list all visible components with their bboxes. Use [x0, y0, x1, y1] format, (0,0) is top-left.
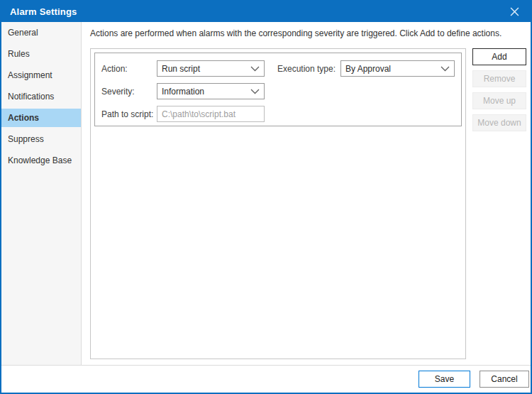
severity-row: Severity: Information — [101, 83, 455, 99]
titlebar: Alarm Settings — [1, 1, 531, 22]
sidebar-item-assignment[interactable]: Assignment — [1, 65, 81, 86]
sidebar-item-suppress[interactable]: Suppress — [1, 128, 81, 150]
save-button[interactable]: Save — [419, 371, 470, 388]
sidebar: General Rules Assignment Notifications A… — [1, 22, 82, 365]
close-icon — [510, 7, 519, 16]
sidebar-item-actions[interactable]: Actions — [1, 109, 81, 127]
close-button[interactable] — [506, 4, 522, 20]
alarm-settings-dialog: Alarm Settings General Rules Assignment … — [0, 0, 532, 394]
actions-list-panel: Action: Run script Execution type: — [90, 48, 466, 359]
path-to-script-input[interactable] — [157, 106, 265, 122]
action-label: Action: — [101, 64, 157, 74]
move-down-button: Move down — [472, 114, 526, 131]
action-select-value: Run script — [162, 64, 200, 74]
path-row: Path to script: — [101, 106, 455, 122]
chevron-down-icon — [250, 89, 260, 94]
sidebar-item-notifications[interactable]: Notifications — [1, 86, 81, 107]
remove-button: Remove — [472, 70, 526, 87]
dialog-body: General Rules Assignment Notifications A… — [1, 22, 531, 365]
add-button[interactable]: Add — [472, 48, 526, 65]
description-text: Actions are performed when alarms with t… — [90, 28, 527, 39]
action-row: Action: Run script Execution type: — [101, 60, 455, 77]
execution-type-label: Execution type: — [277, 64, 340, 74]
execution-type-select[interactable]: By Approval — [340, 60, 455, 77]
move-up-button: Move up — [472, 92, 526, 109]
action-select[interactable]: Run script — [157, 60, 265, 77]
severity-select[interactable]: Information — [157, 83, 265, 99]
severity-select-value: Information — [162, 87, 204, 97]
chevron-down-icon — [250, 66, 260, 72]
list-button-column: Add Remove Move up Move down — [472, 48, 526, 365]
dialog-footer: Save Cancel — [1, 365, 531, 393]
cancel-button[interactable]: Cancel — [480, 371, 529, 388]
main-content: Actions are performed when alarms with t… — [82, 22, 531, 365]
dialog-title: Alarm Settings — [10, 6, 77, 17]
severity-label: Severity: — [101, 87, 157, 97]
path-to-script-label: Path to script: — [101, 109, 157, 119]
sidebar-item-general[interactable]: General — [1, 22, 81, 43]
chevron-down-icon — [440, 66, 450, 72]
execution-type-select-value: By Approval — [345, 64, 391, 74]
action-item-card: Action: Run script Execution type: — [94, 53, 462, 126]
sidebar-item-rules[interactable]: Rules — [1, 43, 81, 65]
sidebar-item-knowledge-base[interactable]: Knowledge Base — [1, 150, 81, 171]
